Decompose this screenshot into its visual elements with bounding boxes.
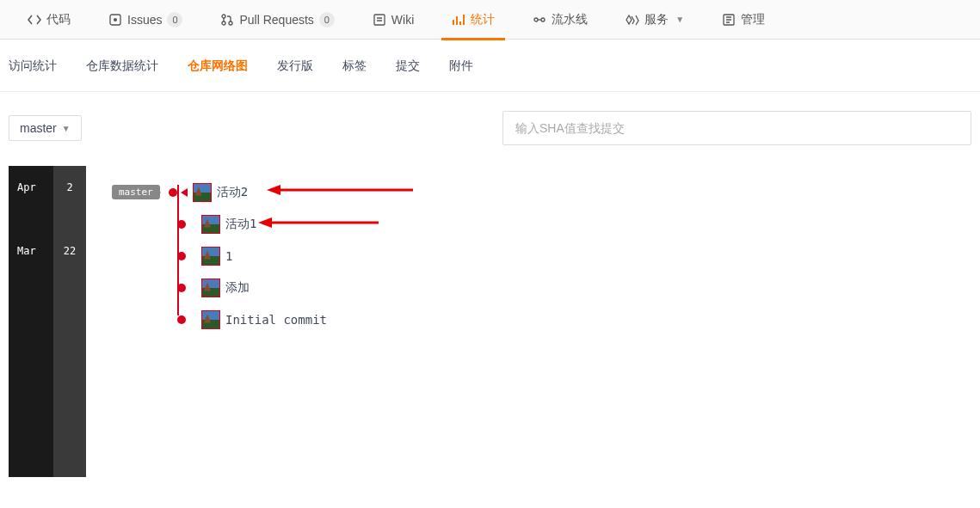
subnav-access-stats[interactable]: 访问统计 [9, 58, 57, 79]
commit-row[interactable]: 添加 [112, 272, 980, 303]
chevron-down-icon: ▼ [675, 15, 684, 24]
nav-pull-requests[interactable]: Pull Requests 0 [201, 0, 353, 40]
subnav-releases[interactable]: 发行版 [277, 58, 313, 79]
commit-row[interactable]: 活动1 [112, 208, 980, 240]
network-graph: Apr Mar 2 22 master 活动2 活动1 [0, 157, 980, 477]
nav-label: 代码 [46, 12, 71, 28]
month-spacer [9, 305, 53, 477]
pipeline-icon [533, 13, 546, 27]
svg-point-2 [222, 15, 225, 18]
commit-dot[interactable] [169, 188, 177, 197]
chevron-down-icon: ▼ [62, 124, 71, 133]
commit-message[interactable]: Initial commit [225, 313, 327, 327]
subnav-attachments[interactable]: 附件 [449, 58, 473, 79]
subnav-tags[interactable]: 标签 [342, 58, 367, 79]
svg-point-3 [222, 21, 225, 25]
pr-badge: 0 [319, 12, 335, 28]
svg-point-4 [229, 21, 232, 25]
stats-icon [452, 13, 465, 27]
nav-manage[interactable]: 管理 [703, 0, 784, 40]
commit-row[interactable]: Initial commit [112, 303, 980, 335]
nav-services[interactable]: 服务 ▼ [607, 0, 703, 40]
commit-message[interactable]: 添加 [225, 280, 250, 296]
sha-search-input[interactable] [502, 111, 971, 145]
commit-dot[interactable] [177, 252, 186, 260]
avatar[interactable] [193, 183, 212, 202]
month-label: Apr [9, 178, 53, 242]
commit-row[interactable]: master 活动2 [112, 176, 980, 208]
nav-pipeline[interactable]: 流水线 [514, 0, 607, 40]
triangle-icon [181, 188, 188, 197]
branch-name: master [20, 121, 57, 135]
nav-label: 管理 [741, 12, 765, 28]
top-nav: 代码 Issues 0 Pull Requests 0 Wiki 统计 流水线 … [0, 0, 980, 40]
service-icon [626, 13, 639, 27]
commit-message[interactable]: 1 [225, 249, 232, 263]
day-label: 2 [53, 178, 86, 242]
toolbar: master ▼ [0, 92, 980, 157]
nav-issues[interactable]: Issues 0 [89, 0, 201, 40]
commit-line [177, 185, 179, 315]
svg-point-1 [114, 18, 117, 21]
commit-dot[interactable] [177, 220, 186, 229]
avatar[interactable] [201, 278, 220, 297]
subnav-repo-data-stats[interactable]: 仓库数据统计 [86, 58, 158, 79]
commit-message[interactable]: 活动2 [217, 185, 248, 200]
day-spacer [53, 305, 86, 477]
commit-dot[interactable] [177, 284, 186, 292]
avatar[interactable] [201, 215, 220, 234]
nav-label: 统计 [471, 12, 495, 28]
sub-nav: 访问统计 仓库数据统计 仓库网络图 发行版 标签 提交 附件 [0, 40, 980, 92]
nav-label: 流水线 [552, 12, 588, 28]
issues-badge: 0 [167, 12, 182, 28]
timeline-months: Apr Mar [9, 166, 53, 477]
commit-row[interactable]: 1 [112, 240, 980, 272]
nav-label: 服务 [644, 12, 669, 28]
avatar[interactable] [201, 247, 220, 266]
svg-point-7 [541, 18, 545, 21]
nav-wiki[interactable]: Wiki [354, 0, 433, 40]
nav-label: Wiki [391, 13, 414, 27]
branch-tag[interactable]: master [112, 185, 160, 199]
code-icon [28, 13, 41, 27]
avatar[interactable] [201, 310, 220, 329]
pr-icon [220, 13, 234, 27]
branch-selector[interactable]: master ▼ [9, 115, 82, 141]
manage-icon [722, 13, 736, 27]
day-label: 22 [53, 242, 86, 305]
graph-area[interactable]: master 活动2 活动1 1 添加 [86, 166, 980, 477]
subnav-repo-network[interactable]: 仓库网络图 [188, 58, 248, 79]
svg-point-6 [534, 18, 538, 21]
month-label: Mar [9, 242, 53, 305]
svg-rect-5 [374, 15, 385, 25]
nav-code[interactable]: 代码 [9, 0, 89, 40]
wiki-icon [373, 13, 386, 27]
nav-stats[interactable]: 统计 [433, 0, 514, 40]
commit-message[interactable]: 活动1 [225, 217, 256, 232]
subnav-commits[interactable]: 提交 [396, 58, 420, 79]
nav-label: Issues [127, 13, 162, 27]
timeline-days: 2 22 [53, 166, 86, 477]
commit-dot[interactable] [177, 315, 186, 324]
issue-icon [108, 13, 122, 27]
timeline: Apr Mar 2 22 [9, 166, 86, 477]
nav-label: Pull Requests [239, 13, 313, 27]
